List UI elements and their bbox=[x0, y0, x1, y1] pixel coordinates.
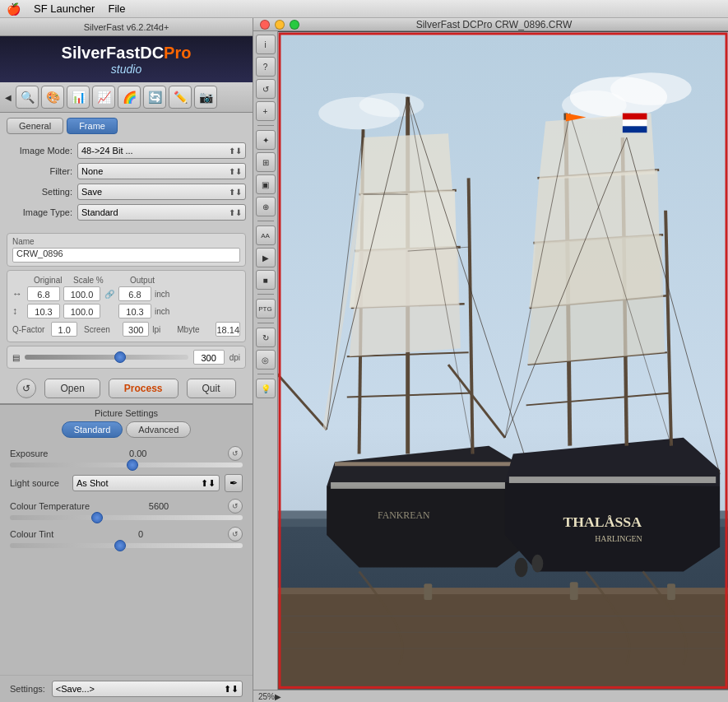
svg-rect-8 bbox=[278, 592, 728, 689]
mbyte-value[interactable]: 18.14 bbox=[216, 322, 240, 337]
output-col-label: Output bbox=[130, 276, 155, 285]
exposure-thumb[interactable] bbox=[127, 459, 138, 471]
colour-temp-track[interactable] bbox=[10, 515, 243, 520]
qfactor-label: Q-Factor bbox=[12, 325, 48, 334]
ps-tab-advanced[interactable]: Advanced bbox=[126, 421, 191, 438]
toolbar-histogram[interactable]: 📊 bbox=[67, 86, 90, 109]
quit-button[interactable]: Quit bbox=[187, 379, 236, 398]
panel-title: SilverFast v6.2.2t4d+ bbox=[84, 22, 169, 32]
ps-tab-standard[interactable]: Standard bbox=[62, 421, 123, 438]
action-buttons: ↺ Open Process Quit bbox=[0, 374, 253, 403]
setting-select[interactable]: Save ⬆⬇ bbox=[77, 184, 246, 200]
colour-tint-thumb[interactable] bbox=[114, 540, 126, 551]
image-mode-arrow: ⬆⬇ bbox=[229, 146, 242, 156]
dpi-area: ▤ 300 dpi bbox=[7, 346, 246, 369]
height-original[interactable]: 10.3 bbox=[27, 304, 60, 318]
tool-plus[interactable]: + bbox=[256, 101, 276, 121]
logo-area: SilverFastDCPro studio bbox=[0, 36, 253, 82]
tab-general[interactable]: General bbox=[7, 118, 63, 134]
toolbar-curve[interactable]: 📈 bbox=[92, 86, 115, 109]
height-output[interactable]: 10.3 bbox=[118, 304, 151, 318]
form-area: Image Mode: 48->24 Bit ... ⬆⬇ Filter: No… bbox=[0, 137, 253, 230]
image-mode-select[interactable]: 48->24 Bit ... ⬆⬇ bbox=[77, 142, 246, 159]
screen-value[interactable]: 300 bbox=[123, 322, 149, 337]
svg-point-47 bbox=[515, 558, 528, 578]
right-titlebar: SilverFast DCPro CRW_0896.CRW bbox=[253, 18, 728, 31]
tool-rotate[interactable]: ↺ bbox=[256, 79, 276, 99]
light-source-select[interactable]: As Shot ⬆⬇ bbox=[72, 475, 220, 491]
toolbar-convert[interactable]: 🔄 bbox=[143, 86, 166, 109]
tool-circle[interactable]: ⊕ bbox=[256, 197, 276, 216]
qfactor-value[interactable]: 1.0 bbox=[51, 322, 77, 337]
svg-point-48 bbox=[531, 555, 543, 573]
toolbar-zoom[interactable]: 🔍 bbox=[16, 86, 39, 109]
toolbar-arrow[interactable]: ◀ bbox=[5, 93, 12, 102]
width-scale[interactable]: 100.0 bbox=[63, 286, 100, 301]
process-button[interactable]: Process bbox=[109, 379, 179, 398]
toolbar-edit[interactable]: ✏️ bbox=[169, 86, 192, 109]
close-button[interactable] bbox=[260, 20, 270, 30]
colour-temp-reset[interactable]: ↺ bbox=[228, 499, 243, 514]
dpi-slider[interactable] bbox=[25, 355, 188, 360]
tool-scan[interactable]: PTG bbox=[256, 299, 276, 318]
dpi-thumb[interactable] bbox=[114, 351, 126, 363]
left-panel: SilverFast v6.2.2t4d+ SilverFastDCPro st… bbox=[0, 18, 253, 702]
logo-silverfast: SilverFast bbox=[62, 44, 141, 62]
tool-info[interactable]: i bbox=[256, 35, 276, 54]
settings-row: Settings: <Save...> ⬆⬇ bbox=[0, 675, 253, 702]
menubar-file[interactable]: File bbox=[108, 2, 125, 15]
colour-tint-row: Colour Tint 0 ↺ bbox=[10, 527, 243, 548]
menubar-sf-launcher[interactable]: SF Launcher bbox=[34, 2, 95, 15]
minimize-button[interactable] bbox=[275, 20, 285, 30]
exposure-reset[interactable]: ↺ bbox=[228, 446, 243, 461]
tool-star[interactable]: ✦ bbox=[256, 130, 276, 150]
name-label: Name bbox=[12, 237, 240, 246]
toolbar-hsl[interactable]: 🌈 bbox=[118, 86, 141, 109]
open-button[interactable]: Open bbox=[44, 379, 100, 398]
colour-tint-value: 0 bbox=[138, 529, 143, 539]
tab-frame[interactable]: Frame bbox=[67, 118, 118, 134]
tool-sep-3 bbox=[257, 294, 274, 295]
tool-bulb[interactable]: 💡 bbox=[256, 379, 276, 398]
svg-text:THALÅSSA: THALÅSSA bbox=[563, 514, 642, 530]
width-icon: ↔ bbox=[12, 288, 24, 300]
name-input[interactable]: CRW_0896 bbox=[12, 248, 240, 263]
eyedropper-button[interactable]: ✒ bbox=[225, 474, 243, 492]
svg-rect-10 bbox=[331, 482, 526, 489]
maximize-button[interactable] bbox=[290, 20, 299, 30]
settings-select[interactable]: <Save...> ⬆⬇ bbox=[52, 681, 243, 697]
setting-row: Setting: Save ⬆⬇ bbox=[7, 184, 246, 200]
filter-select[interactable]: None ⬆⬇ bbox=[77, 163, 246, 179]
refresh-button[interactable]: ↺ bbox=[16, 379, 36, 398]
ps-tabs: Standard Advanced bbox=[0, 420, 253, 443]
image-type-select[interactable]: Standard ⬆⬇ bbox=[77, 204, 246, 221]
colour-tint-track[interactable] bbox=[10, 543, 243, 548]
dpi-value[interactable]: 300 bbox=[193, 350, 225, 365]
tool-square[interactable]: ■ bbox=[256, 270, 276, 290]
zoom-bar: 25% ▶ bbox=[253, 690, 728, 702]
width-output[interactable]: 6.8 bbox=[118, 286, 151, 301]
image-canvas[interactable]: THALÅSSA HARLINGEN FANKREAN bbox=[278, 31, 728, 690]
tool-play[interactable]: ▶ bbox=[256, 248, 276, 267]
height-scale[interactable]: 100.0 bbox=[63, 304, 100, 318]
exposure-value: 0.00 bbox=[129, 449, 146, 458]
tool-grid[interactable]: ⊞ bbox=[256, 152, 276, 172]
exposure-track[interactable] bbox=[10, 463, 243, 467]
tool-frame[interactable]: ▣ bbox=[256, 174, 276, 194]
image-mode-row: Image Mode: 48->24 Bit ... ⬆⬇ bbox=[7, 142, 246, 159]
tool-text[interactable]: AA bbox=[256, 225, 276, 245]
tool-help[interactable]: ? bbox=[256, 57, 276, 77]
toolbar-color[interactable]: 🎨 bbox=[41, 86, 64, 109]
dpi-unit: dpi bbox=[230, 353, 240, 362]
toolbar-camera[interactable]: 📷 bbox=[194, 86, 217, 109]
colour-tint-reset[interactable]: ↺ bbox=[228, 527, 243, 542]
apple-menu[interactable]: 🍎 bbox=[7, 2, 21, 16]
tool-refresh[interactable]: ↻ bbox=[256, 328, 276, 347]
tool-sep-4 bbox=[257, 323, 274, 323]
filter-row: Filter: None ⬆⬇ bbox=[7, 163, 246, 179]
colour-temp-thumb[interactable] bbox=[91, 512, 103, 523]
height-icon: ↕ bbox=[12, 305, 24, 317]
tool-target[interactable]: ◎ bbox=[256, 350, 276, 370]
width-original[interactable]: 6.8 bbox=[27, 286, 60, 301]
tool-sep-5 bbox=[257, 374, 274, 374]
